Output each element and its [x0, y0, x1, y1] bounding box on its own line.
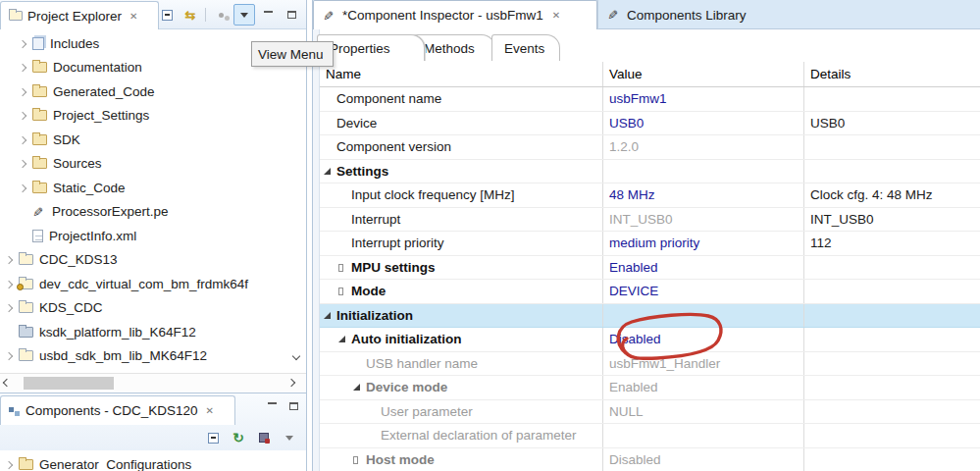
tree-collapsed-icon[interactable] [353, 452, 366, 467]
focus-button[interactable] [210, 4, 232, 26]
tab-components[interactable]: Components - CDC_KDS120 ✕ [0, 395, 235, 425]
property-value[interactable]: Enabled [609, 380, 658, 394]
tree-item[interactable]: Includes [0, 31, 292, 56]
chevron-right-icon[interactable] [20, 36, 32, 51]
property-value[interactable]: 1.2.0 [609, 139, 639, 154]
chevron-right-icon[interactable] [6, 300, 19, 315]
tab-events[interactable]: Events [491, 34, 560, 61]
chevron-right-icon[interactable] [20, 181, 32, 195]
chevron-right-icon[interactable] [6, 252, 19, 267]
property-value[interactable]: Disabled [609, 452, 661, 467]
tree-item[interactable]: Static_Code [0, 176, 292, 200]
tree-expanded-icon[interactable] [324, 164, 336, 179]
tree-item[interactable]: ProjectInfo.xml [0, 224, 292, 248]
chevron-right-icon[interactable] [20, 132, 32, 147]
table-row[interactable]: Input clock frequency [MHz]48 MHzClock c… [320, 183, 980, 208]
close-icon[interactable]: ✕ [129, 11, 137, 22]
view-menu-button[interactable] [233, 4, 255, 26]
maximize-button[interactable] [281, 4, 302, 26]
column-header-name[interactable]: Name [320, 62, 603, 86]
tree-item[interactable]: SDK [0, 128, 292, 152]
table-row[interactable]: Host modeDisabled [320, 448, 980, 471]
collapsed-triangle-icon [353, 456, 358, 464]
chevron-right-icon[interactable] [20, 84, 32, 99]
chevron-right-icon[interactable] [20, 156, 32, 171]
tab-project-explorer[interactable]: Project Explorer ✕ [0, 1, 159, 29]
minimize-button[interactable] [257, 4, 279, 26]
scroll-down-arrow[interactable] [292, 345, 304, 367]
table-row[interactable]: Auto initializationDisabled [320, 328, 980, 352]
table-row[interactable]: DeviceUSB0USB0 [320, 112, 980, 136]
tree-expanded-icon[interactable] [353, 380, 366, 394]
horizontal-scrollbar[interactable] [0, 373, 306, 392]
tree-expanded-icon[interactable] [338, 332, 351, 346]
link-with-editor-button[interactable]: ⇆ [180, 4, 201, 26]
chevron-right-icon[interactable] [6, 348, 19, 363]
regenerate-code-button[interactable]: ↻ [228, 427, 249, 448]
minimize-button[interactable] [263, 398, 281, 414]
table-row[interactable]: Settings [320, 160, 980, 184]
table-row[interactable]: External declaration of parameter [320, 424, 980, 448]
tree-item[interactable]: KDS_CDC [0, 296, 292, 321]
tree-item[interactable]: usbd_sdk_bm_lib_MK64F12 [0, 344, 292, 369]
tree-collapsed-icon[interactable] [338, 260, 351, 275]
table-row[interactable]: USB handler nameusbFmw1_Handler [320, 352, 980, 377]
property-value[interactable]: 48 MHz [609, 187, 655, 202]
focus-icon [219, 13, 224, 18]
property-value[interactable]: NULL [609, 404, 644, 419]
collapse-all-button[interactable] [202, 427, 224, 448]
tree-collapsed-icon[interactable] [338, 284, 351, 298]
scrollbar-thumb[interactable] [24, 377, 114, 390]
folder-icon [32, 183, 47, 193]
close-icon[interactable]: ✕ [206, 405, 214, 416]
close-icon[interactable]: ✕ [552, 10, 560, 21]
tree-item[interactable]: ksdk_platform_lib_K64F12 [0, 320, 292, 344]
scroll-right-arrow[interactable] [286, 376, 300, 390]
property-value[interactable]: Enabled [609, 260, 658, 275]
table-row[interactable]: Device modeEnabled [320, 376, 980, 400]
collapse-all-button[interactable] [156, 4, 178, 26]
tree-item[interactable]: Generated_Code [0, 79, 292, 104]
table-row[interactable]: MPU settingsEnabled [320, 256, 980, 281]
table-row[interactable]: ModeDEVICE [320, 280, 980, 304]
tab-component-inspector[interactable]: *Component Inspector - usbFmw1 ✕ [313, 0, 597, 29]
tree-item[interactable]: Sources [0, 152, 292, 177]
scroll-left-arrow[interactable] [2, 376, 16, 390]
table-row[interactable]: InterruptINT_USB0INT_USB0 [320, 208, 980, 233]
table-row[interactable]: Component nameusbFmw1 [320, 87, 980, 112]
minimize-icon [268, 402, 277, 404]
property-value[interactable]: usbFmw1 [609, 91, 667, 106]
tree-item[interactable]: Generator_Configurations [0, 452, 292, 471]
column-header-value[interactable]: Value [603, 62, 804, 86]
property-value[interactable]: usbFmw1_Handler [609, 356, 720, 371]
tree-item[interactable]: Project_Settings [0, 104, 292, 129]
tree-item-label: usbd_sdk_bm_lib_MK64F12 [39, 348, 207, 363]
property-value[interactable]: Disabled [609, 332, 661, 346]
generate-processor-expert-code-button[interactable] [253, 427, 275, 448]
table-row[interactable]: User parameterNULL [320, 400, 980, 425]
property-value[interactable]: INT_USB0 [609, 212, 673, 227]
table-row[interactable]: Interrupt prioritymedium priority112 [320, 232, 980, 256]
chevron-right-icon [19, 112, 26, 120]
tree-item[interactable]: CDC_KDS13 [0, 248, 292, 273]
chevron-right-icon[interactable] [6, 457, 19, 471]
chevron-right-icon [5, 304, 13, 312]
maximize-button[interactable] [284, 398, 302, 414]
tree-item[interactable]: dev_cdc_virtual_com_bm_frdmk64f [0, 272, 292, 296]
properties-table: Name Value Details Component nameusbFmw1… [320, 62, 980, 471]
property-details [804, 448, 980, 471]
table-row[interactable]: Component version1.2.0 [320, 135, 980, 160]
chevron-right-icon[interactable] [20, 60, 32, 75]
property-value[interactable]: USB0 [609, 116, 644, 131]
view-menu-button[interactable] [279, 427, 300, 448]
tab-components-library[interactable]: Components Library [597, 0, 980, 29]
property-value[interactable]: DEVICE [609, 284, 658, 298]
tree-expanded-icon[interactable] [324, 308, 336, 323]
project-icon [19, 254, 33, 265]
chevron-right-icon[interactable] [20, 108, 32, 123]
column-header-details[interactable]: Details [804, 62, 980, 86]
tree-item[interactable]: ProcessorExpert.pe [0, 200, 292, 225]
tree-item[interactable]: Documentation [0, 56, 292, 80]
table-row[interactable]: Initialization [320, 304, 980, 329]
property-value[interactable]: medium priority [609, 236, 699, 250]
